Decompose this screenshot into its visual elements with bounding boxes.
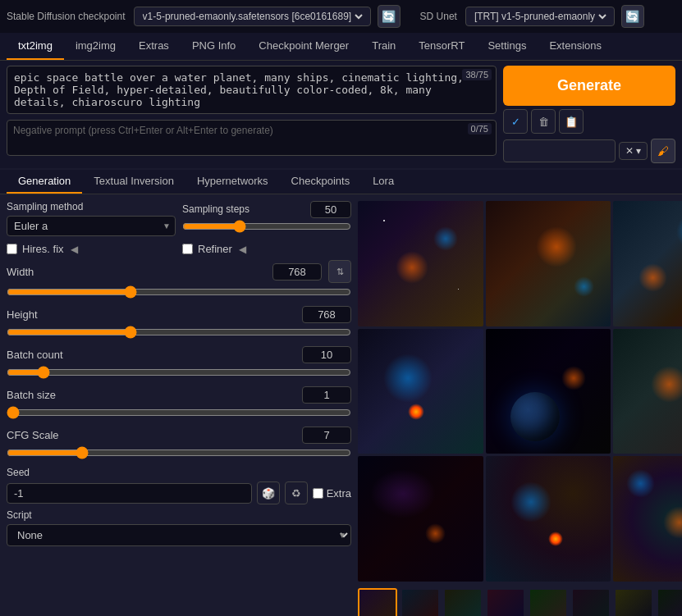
sampling-row: Sampling method Euler a ▼ Sampling steps — [7, 201, 351, 236]
script-select[interactable]: None — [7, 524, 351, 546]
thumbnail-8[interactable] — [657, 588, 682, 616]
thumbnail-6[interactable] — [571, 588, 611, 616]
subtab-hypernetworks[interactable]: Hypernetworks — [185, 170, 280, 194]
subtab-lora[interactable]: Lora — [361, 170, 405, 194]
unet-select[interactable]: [TRT] v1-5-pruned-emaonly — [471, 10, 609, 23]
seed-section: Seed 🎲 ♻ Extra — [7, 467, 351, 504]
tab-txt2img[interactable]: txt2img — [7, 33, 64, 60]
style-clear-btn[interactable]: ✕ ▾ — [619, 142, 648, 160]
image-9 — [613, 456, 682, 582]
width-input[interactable] — [272, 263, 322, 281]
sampling-steps-label: Sampling steps — [182, 203, 249, 215]
batch-size-section: Batch size — [7, 386, 351, 422]
seed-label: Seed — [7, 467, 351, 478]
negative-token-counter: 0/75 — [468, 123, 492, 135]
refiner-checkbox[interactable] — [182, 244, 193, 254]
recycle-icon[interactable]: ♻ — [285, 481, 308, 504]
sampling-steps-input[interactable] — [310, 201, 351, 218]
unet-dropdown[interactable]: [TRT] v1-5-pruned-emaonly — [465, 7, 615, 26]
unet-refresh-btn[interactable]: 🔄 — [621, 5, 644, 28]
height-section: Height — [7, 306, 351, 341]
image-3 — [613, 201, 682, 326]
subtab-generation[interactable]: Generation — [7, 170, 82, 194]
style-paint-btn[interactable]: 🖌 — [651, 139, 675, 163]
prompt-action-icons: ✓ 🗑 📋 — [503, 109, 675, 134]
script-wrapper: None ▼ — [7, 524, 351, 546]
cfg-scale-label: CFG Scale — [7, 429, 97, 441]
width-label: Width — [7, 266, 97, 278]
thumbnail-2[interactable] — [401, 588, 440, 616]
tab-tensorrt[interactable]: TensorRT — [407, 33, 476, 60]
image-cell-5 — [486, 329, 611, 454]
cfg-scale-input[interactable] — [302, 427, 351, 444]
width-slider[interactable] — [7, 285, 351, 299]
hires-label[interactable]: Hires. fix — [22, 243, 64, 255]
sampling-steps-slider[interactable] — [182, 220, 351, 233]
prompt-controls: Generate ✓ 🗑 📋 ✕ ▾ 🖌 — [503, 66, 675, 163]
dice-icon[interactable]: 🎲 — [257, 481, 280, 504]
thumb-img-2 — [402, 590, 438, 616]
refiner-arrow-btn[interactable]: ◀ — [237, 244, 248, 255]
thumb-img-1 — [359, 590, 396, 616]
tab-img2img[interactable]: img2img — [64, 33, 127, 60]
tab-settings[interactable]: Settings — [476, 33, 538, 60]
thumbnail-4[interactable] — [486, 588, 525, 616]
thumbnail-1[interactable] — [358, 588, 397, 616]
sampling-steps-section: Sampling steps — [182, 201, 351, 236]
batch-count-label: Batch count — [7, 349, 97, 361]
image-cell-9 — [613, 456, 682, 582]
checkpoint-dropdown[interactable]: v1-5-pruned-emaonly.safetensors [6ce0161… — [134, 7, 371, 26]
thumb-img-7 — [616, 590, 652, 616]
image-cell-4 — [358, 329, 483, 454]
checkpoint-refresh-btn[interactable]: 🔄 — [378, 5, 401, 28]
image-grid — [358, 201, 682, 582]
batch-size-label: Batch size — [7, 389, 97, 401]
width-section: Width ⇅ — [7, 260, 351, 301]
swap-dimensions-btn[interactable]: ⇅ — [328, 260, 351, 283]
paste-icon[interactable]: ✓ — [503, 109, 528, 134]
tab-extensions[interactable]: Extensions — [538, 33, 613, 60]
batch-count-input[interactable] — [302, 346, 351, 363]
thumbnail-5[interactable] — [529, 588, 568, 616]
script-section: Script None ▼ — [7, 509, 351, 546]
height-input[interactable] — [302, 306, 351, 323]
negative-prompt[interactable] — [7, 120, 497, 156]
image-7 — [358, 456, 483, 582]
style-input[interactable] — [503, 139, 616, 162]
cfg-scale-slider[interactable] — [7, 446, 351, 459]
image-cell-2 — [486, 201, 611, 326]
subtab-checkpoints[interactable]: Checkpoints — [280, 170, 362, 194]
sampling-method-label: Sampling method — [7, 201, 176, 212]
tab-checkpoint-merger[interactable]: Checkpoint Merger — [247, 33, 360, 60]
cfg-scale-section: CFG Scale — [7, 427, 351, 462]
hires-refiner-row: Hires. fix ◀ Refiner ◀ — [7, 243, 351, 255]
sampling-method-wrapper: Euler a ▼ — [7, 216, 176, 236]
checkpoint-select[interactable]: v1-5-pruned-emaonly.safetensors [6ce0161… — [140, 10, 365, 23]
tab-extras[interactable]: Extras — [127, 33, 181, 60]
seed-input[interactable] — [7, 483, 252, 504]
extra-checkbox[interactable] — [313, 488, 323, 499]
image-cell-6 — [613, 329, 682, 454]
subtab-textual-inversion[interactable]: Textual Inversion — [82, 170, 185, 194]
extra-label[interactable]: Extra — [313, 487, 351, 500]
height-slider[interactable] — [7, 326, 351, 339]
trash-icon[interactable]: 🗑 — [531, 109, 556, 134]
generate-button[interactable]: Generate — [503, 66, 675, 106]
hires-arrow-btn[interactable]: ◀ — [69, 244, 80, 255]
hires-checkbox[interactable] — [7, 244, 17, 254]
tab-train[interactable]: Train — [360, 33, 407, 60]
tab-png-info[interactable]: PNG Info — [181, 33, 247, 60]
sampling-method-select[interactable]: Euler a — [7, 216, 176, 236]
generation-panel: Sampling method Euler a ▼ Sampling steps — [0, 194, 682, 616]
batch-count-section: Batch count — [7, 346, 351, 381]
copy-icon[interactable]: 📋 — [559, 109, 584, 134]
refiner-label[interactable]: Refiner — [198, 243, 232, 255]
batch-size-input[interactable] — [302, 386, 351, 404]
batch-size-slider[interactable] — [7, 406, 351, 419]
image-cell-3 — [613, 201, 682, 326]
positive-prompt[interactable]: epic space battle over a water planet, m… — [7, 66, 497, 114]
thumb-img-5 — [530, 590, 566, 616]
thumbnail-3[interactable] — [443, 588, 483, 616]
thumbnail-7[interactable] — [614, 588, 653, 616]
batch-count-slider[interactable] — [7, 366, 351, 379]
